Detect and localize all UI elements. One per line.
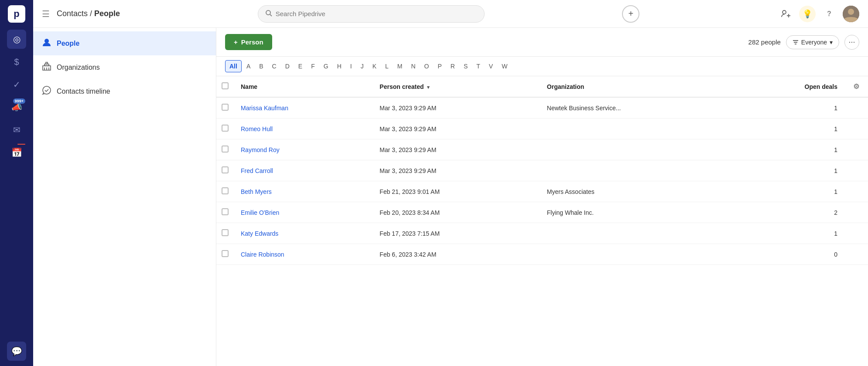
nav-item-organizations[interactable]: Organizations — [33, 55, 216, 79]
person-created-cell: Mar 3, 2023 9:29 AM — [372, 119, 540, 139]
alpha-btn-p[interactable]: P — [434, 61, 445, 72]
alpha-btn-e[interactable]: E — [294, 61, 306, 72]
alpha-btn-i[interactable]: I — [346, 61, 356, 72]
alpha-btn-h[interactable]: H — [333, 61, 345, 72]
filter-label: Everyone — [801, 39, 827, 46]
open-deals-cell: 1 — [738, 119, 844, 139]
alpha-btn-b[interactable]: B — [255, 61, 267, 72]
person-name-cell[interactable]: Fred Carroll — [234, 160, 372, 181]
row-checkbox[interactable] — [222, 208, 229, 215]
narrow-sidebar: p ◎ $ ✓ 📣 999+ ✉ 📅 💬 — [0, 0, 33, 366]
alpha-btn-g[interactable]: G — [320, 61, 332, 72]
filter-everyone-button[interactable]: Everyone ▾ — [786, 35, 839, 49]
hamburger-icon: ☰ — [42, 9, 50, 19]
alpha-btn-t[interactable]: T — [472, 61, 484, 72]
table-row: Katy Edwards Feb 17, 2023 7:15 AM 1 — [216, 223, 868, 244]
logo-button[interactable]: p — [8, 5, 25, 23]
person-name-cell[interactable]: Marissa Kaufman — [234, 97, 372, 119]
alpha-btn-w[interactable]: W — [498, 61, 511, 72]
chat-icon: 💬 — [11, 346, 22, 356]
col-header-organization[interactable]: Organization — [540, 76, 738, 97]
person-name-cell[interactable]: Romeo Hull — [234, 119, 372, 139]
breadcrumb-prefix: Contacts / — [57, 9, 94, 18]
alpha-btn-v[interactable]: V — [485, 61, 497, 72]
open-deals-cell: 2 — [738, 202, 844, 223]
help-button[interactable]: ? — [821, 6, 837, 22]
person-created-cell: Feb 6, 2023 3:42 AM — [372, 244, 540, 265]
top-header: ☰ Contacts / People + — [33, 0, 868, 28]
contacts-timeline-icon — [42, 85, 51, 97]
toolbar-right: 282 people Everyone ▾ ··· — [748, 35, 859, 50]
more-options-button[interactable]: ··· — [844, 35, 859, 50]
organization-cell: Myers Associates — [540, 181, 738, 202]
tasks-icon: ✓ — [13, 79, 21, 90]
header-right: 💡 ? — [777, 6, 859, 22]
alpha-btn-o[interactable]: O — [420, 61, 433, 72]
select-all-checkbox[interactable] — [222, 82, 229, 89]
avatar[interactable] — [843, 6, 859, 22]
alpha-btn-m[interactable]: M — [393, 61, 407, 72]
alpha-btn-l[interactable]: L — [381, 61, 393, 72]
tips-button[interactable]: 💡 — [799, 6, 816, 22]
alpha-btn-all[interactable]: All — [225, 60, 242, 72]
alpha-btn-a[interactable]: A — [243, 61, 254, 72]
row-checkbox[interactable] — [222, 250, 229, 257]
alpha-btn-d[interactable]: D — [281, 61, 294, 72]
organization-cell: Newtek Business Service... — [540, 97, 738, 119]
svg-point-7 — [44, 39, 49, 43]
col-header-settings[interactable]: ⚙ — [844, 76, 868, 97]
open-deals-cell: 0 — [738, 244, 844, 265]
col-header-person-created[interactable]: Person created ▾ — [372, 76, 540, 97]
row-checkbox[interactable] — [222, 187, 229, 194]
col-header-name[interactable]: Name — [234, 76, 372, 97]
col-header-open-deals[interactable]: Open deals — [738, 76, 844, 97]
organization-cell — [540, 119, 738, 139]
nav-item-contacts-timeline[interactable]: Contacts timeline — [33, 79, 216, 103]
table-row: Claire Robinson Feb 6, 2023 3:42 AM 0 — [216, 244, 868, 265]
sidebar-item-inbox[interactable]: ✉ — [7, 120, 26, 139]
table-row: Fred Carroll Mar 3, 2023 9:29 AM 1 — [216, 160, 868, 181]
select-all-header[interactable] — [216, 76, 234, 97]
sidebar-item-campaigns[interactable]: 📣 999+ — [7, 98, 26, 117]
row-checkbox[interactable] — [222, 125, 229, 132]
search-input[interactable] — [276, 10, 477, 17]
alpha-btn-j[interactable]: J — [357, 61, 368, 72]
menu-toggle[interactable]: ☰ — [42, 9, 50, 19]
person-name-cell[interactable]: Claire Robinson — [234, 244, 372, 265]
sidebar-item-calendar[interactable]: 📅 — [7, 143, 26, 162]
organization-cell — [540, 223, 738, 244]
person-created-cell: Mar 3, 2023 9:29 AM — [372, 160, 540, 181]
organization-cell — [540, 139, 738, 160]
sidebar-item-chat[interactable]: 💬 — [7, 342, 26, 361]
nav-item-people[interactable]: People — [33, 31, 216, 55]
sidebar-item-tasks[interactable]: ✓ — [7, 75, 26, 94]
table-row: Romeo Hull Mar 3, 2023 9:29 AM 1 — [216, 119, 868, 139]
alpha-btn-n[interactable]: N — [407, 61, 419, 72]
people-table-container: Name Person created ▾ Organization Open … — [216, 76, 868, 366]
alpha-btn-f[interactable]: F — [307, 61, 319, 72]
sidebar-item-contacts[interactable]: ◎ — [7, 30, 26, 49]
row-checkbox[interactable] — [222, 146, 229, 152]
alpha-btn-c[interactable]: C — [268, 61, 280, 72]
sidebar-item-deals[interactable]: $ — [7, 52, 26, 71]
table-settings-icon[interactable]: ⚙ — [851, 81, 861, 92]
alpha-btn-r[interactable]: R — [447, 61, 459, 72]
open-deals-cell: 1 — [738, 97, 844, 119]
row-checkbox[interactable] — [222, 104, 229, 111]
table-row: Raymond Roy Mar 3, 2023 9:29 AM 1 — [216, 139, 868, 160]
main-area: ☰ Contacts / People + — [33, 0, 868, 366]
row-checkbox[interactable] — [222, 166, 229, 173]
person-name-cell[interactable]: Emilie O'Brien — [234, 202, 372, 223]
alpha-btn-k[interactable]: K — [369, 61, 380, 72]
help-icon: ? — [827, 10, 831, 18]
person-name-cell[interactable]: Raymond Roy — [234, 139, 372, 160]
person-created-cell: Feb 21, 2023 9:01 AM — [372, 181, 540, 202]
person-name-cell[interactable]: Beth Myers — [234, 181, 372, 202]
add-person-button[interactable]: + Person — [225, 34, 272, 50]
alpha-btn-s[interactable]: S — [460, 61, 472, 72]
row-checkbox[interactable] — [222, 229, 229, 236]
add-contact-button[interactable] — [777, 6, 794, 22]
breadcrumb: Contacts / People — [57, 9, 120, 18]
person-name-cell[interactable]: Katy Edwards — [234, 223, 372, 244]
add-button[interactable]: + — [622, 5, 639, 23]
